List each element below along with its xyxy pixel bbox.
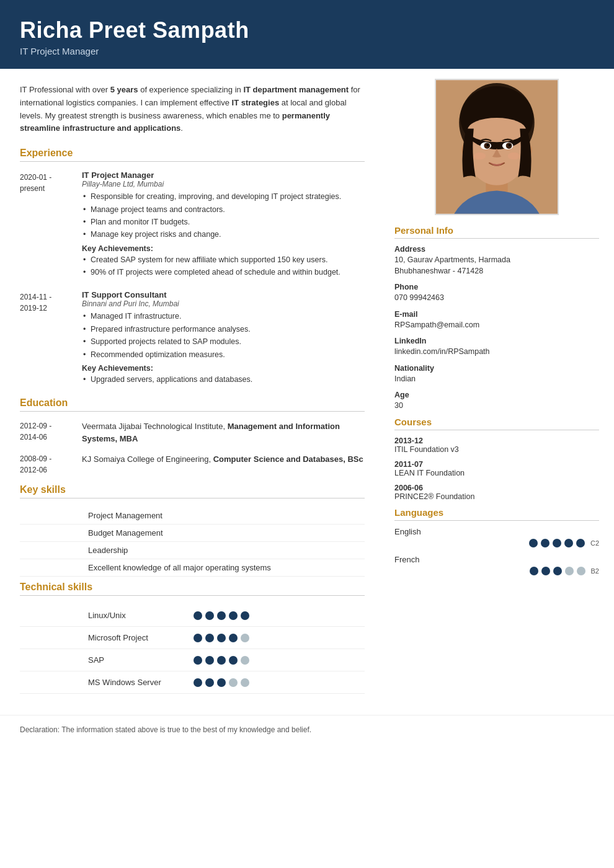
dot <box>205 634 214 642</box>
education-entry-2: 2008-09 - 2012-06 KJ Somaiya College of … <box>20 453 365 476</box>
right-column: Personal Info Address 10, Gaurav Apartme… <box>385 69 614 709</box>
svg-point-15 <box>508 153 520 160</box>
dot <box>241 678 249 687</box>
dot <box>217 656 226 665</box>
courses-section-title: Courses <box>394 417 599 430</box>
exp-content-2: IT Support Consultant Binnani and Puri I… <box>82 290 365 386</box>
skill-item: Project Management <box>20 507 365 525</box>
svg-point-14 <box>474 153 486 160</box>
dot <box>205 678 214 687</box>
tech-skill-name-1: Microsoft Project <box>20 633 194 642</box>
lang-entry-1: French B2 <box>394 555 599 575</box>
exp-company-1: Pillay-Mane Ltd, Mumbai <box>82 180 365 188</box>
nationality-value: Indian <box>394 374 599 385</box>
achievements-label-1: Key Achievements: <box>82 244 365 253</box>
dot <box>194 634 202 642</box>
dot <box>529 539 538 547</box>
edu-content-1: Veermata Jijabai Technological Institute… <box>82 420 365 445</box>
exp-bullet: Prepared infrastructure performance anal… <box>82 324 365 335</box>
svg-point-11 <box>509 144 511 146</box>
address-value: 10, Gaurav Apartments, HarmadaBhubhanesh… <box>394 255 599 277</box>
dot <box>194 656 202 665</box>
age-label: Age <box>394 391 599 399</box>
left-column: IT Professional with over 5 years of exp… <box>0 69 385 709</box>
resume-header: Richa Preet Sampath IT Project Manager <box>0 0 614 69</box>
phone-label: Phone <box>394 283 599 291</box>
exp-bullet: Supported projects related to SAP module… <box>82 336 365 348</box>
tech-skill-dots-3 <box>194 678 249 687</box>
key-skills-list: Project Management Budget Management Lea… <box>20 507 365 577</box>
nationality-label: Nationality <box>394 364 599 373</box>
dot <box>565 567 574 575</box>
dot <box>217 678 226 687</box>
lang-level-0: C2 <box>590 539 599 547</box>
course-year-2: 2006-06 <box>394 484 599 492</box>
svg-point-5 <box>468 118 526 142</box>
tech-skill-name-2: SAP <box>20 655 194 665</box>
dot <box>576 539 585 547</box>
address-label: Address <box>394 245 599 254</box>
course-year-1: 2011-07 <box>394 460 599 469</box>
candidate-photo <box>435 79 559 215</box>
experience-entry-1: 2020-01 - present IT Project Manager Pil… <box>20 170 365 279</box>
dot <box>229 634 238 642</box>
tech-skill-row-0: Linux/Unix <box>20 604 365 627</box>
dot <box>241 656 249 665</box>
achievements-bullets-2: Upgraded servers, applications and datab… <box>82 374 365 386</box>
course-name-1: LEAN IT Foundation <box>394 469 599 477</box>
tech-skill-row-2: SAP <box>20 649 365 671</box>
course-entry-0: 2013-12 ITIL Foundation v3 <box>394 436 599 454</box>
dot <box>553 539 561 547</box>
achievements-label-2: Key Achievements: <box>82 364 365 373</box>
tech-skill-row-1: Microsoft Project <box>20 627 365 649</box>
exp-bullets-2: Managed IT infrastructure. Prepared infr… <box>82 311 365 361</box>
edu-dates-2: 2008-09 - 2012-06 <box>20 453 82 476</box>
declaration: Declaration: The information stated abov… <box>0 715 614 744</box>
tech-skill-name-0: Linux/Unix <box>20 611 194 620</box>
education-entry-1: 2012-09 - 2014-06 Veermata Jijabai Techn… <box>20 420 365 445</box>
dot <box>564 539 573 547</box>
skill-item: Budget Management <box>20 525 365 542</box>
main-layout: IT Professional with over 5 years of exp… <box>0 69 614 709</box>
dot <box>194 678 202 687</box>
lang-name-0: English <box>394 527 599 536</box>
dot <box>541 567 550 575</box>
dot <box>241 634 249 642</box>
education-section-title: Education <box>20 397 365 412</box>
dot <box>229 656 238 665</box>
experience-entry-2: 2014-11 - 2019-12 IT Support Consultant … <box>20 290 365 386</box>
exp-bullet: Manage project teams and contractors. <box>82 204 365 216</box>
exp-content-1: IT Project Manager Pillay-Mane Ltd, Mumb… <box>82 170 365 279</box>
candidate-title: IT Project Manager <box>20 46 594 56</box>
course-name-0: ITIL Foundation v3 <box>394 445 599 454</box>
course-year-0: 2013-12 <box>394 436 599 445</box>
lang-dots-1: B2 <box>394 567 599 575</box>
exp-bullet: Managed IT infrastructure. <box>82 311 365 322</box>
exp-dates-1: 2020-01 - present <box>20 170 82 279</box>
dot <box>205 656 214 665</box>
dot <box>553 567 562 575</box>
dot <box>241 611 249 620</box>
photo-svg <box>436 80 558 214</box>
exp-job-title-1: IT Project Manager <box>82 170 365 180</box>
lang-level-1: B2 <box>591 567 599 575</box>
achievement-bullet: Upgraded servers, applications and datab… <box>82 374 365 386</box>
tech-skill-row-3: MS Windows Server <box>20 671 365 694</box>
dot <box>229 611 238 620</box>
dot <box>205 611 214 620</box>
exp-bullet: Manage key project risks and change. <box>82 229 365 241</box>
skill-item: Excellent knowledge of all major operati… <box>20 559 365 577</box>
edu-content-2: KJ Somaiya College of Engineering, Compu… <box>82 453 365 476</box>
exp-dates-2: 2014-11 - 2019-12 <box>20 290 82 386</box>
dot <box>541 539 549 547</box>
edu-dates-1: 2012-09 - 2014-06 <box>20 420 82 445</box>
tech-skill-name-3: MS Windows Server <box>20 678 194 687</box>
personal-info-section: Personal Info Address 10, Gaurav Apartme… <box>394 225 599 412</box>
tech-skill-dots-1 <box>194 634 249 642</box>
achievement-bullet: 90% of IT projects were completed ahead … <box>82 267 365 278</box>
age-value: 30 <box>394 401 599 412</box>
linkedin-value: linkedin.com/in/RPSampath <box>394 347 599 358</box>
exp-bullet: Responsible for creating, improving, and… <box>82 191 365 203</box>
dot <box>229 678 238 687</box>
technical-skills-section-title: Technical skills <box>20 582 365 596</box>
